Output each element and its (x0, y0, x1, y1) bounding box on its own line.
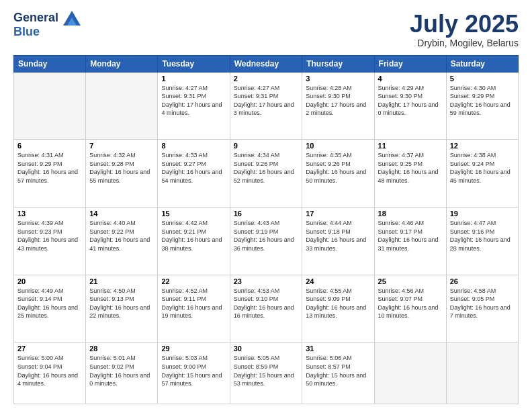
day-cell (446, 342, 518, 404)
day-number: 8 (161, 142, 226, 150)
day-number: 17 (306, 210, 370, 218)
day-number: 30 (234, 345, 299, 353)
location: Drybin, Mogilev, Belarus (410, 38, 519, 48)
day-number: 31 (306, 345, 370, 353)
day-info: Sunrise: 4:40 AMSunset: 9:22 PMDaylight:… (89, 219, 154, 253)
col-header-wednesday: Wednesday (230, 55, 302, 72)
day-info: Sunrise: 4:39 AMSunset: 9:23 PMDaylight:… (17, 219, 82, 253)
day-cell: 27Sunrise: 5:00 AMSunset: 9:04 PMDayligh… (14, 342, 86, 404)
day-number: 7 (89, 142, 154, 150)
day-number: 11 (378, 142, 443, 150)
day-info: Sunrise: 4:28 AMSunset: 9:30 PMDaylight:… (306, 84, 370, 118)
day-info: Sunrise: 4:53 AMSunset: 9:10 PMDaylight:… (234, 287, 299, 320)
day-cell: 7Sunrise: 4:32 AMSunset: 9:28 PMDaylight… (86, 140, 158, 208)
day-number: 24 (306, 277, 370, 285)
day-cell: 16Sunrise: 4:43 AMSunset: 9:19 PMDayligh… (230, 208, 302, 275)
day-number: 15 (161, 210, 226, 218)
day-info: Sunrise: 5:06 AMSunset: 8:57 PMDaylight:… (306, 354, 370, 387)
day-cell: 8Sunrise: 4:33 AMSunset: 9:27 PMDaylight… (158, 140, 230, 208)
day-cell: 26Sunrise: 4:58 AMSunset: 9:05 PMDayligh… (446, 275, 518, 342)
day-number: 22 (161, 277, 226, 285)
day-cell: 1Sunrise: 4:27 AMSunset: 9:31 PMDaylight… (158, 72, 230, 140)
day-cell: 2Sunrise: 4:27 AMSunset: 9:31 PMDaylight… (230, 72, 302, 140)
col-header-tuesday: Tuesday (158, 55, 230, 72)
day-cell: 14Sunrise: 4:40 AMSunset: 9:22 PMDayligh… (86, 208, 158, 275)
day-cell: 4Sunrise: 4:29 AMSunset: 9:30 PMDaylight… (374, 72, 446, 140)
day-info: Sunrise: 5:05 AMSunset: 8:59 PMDaylight:… (234, 354, 299, 387)
day-number: 25 (378, 277, 443, 285)
week-row-2: 6Sunrise: 4:31 AMSunset: 9:29 PMDaylight… (14, 140, 519, 208)
day-info: Sunrise: 4:31 AMSunset: 9:29 PMDaylight:… (17, 151, 82, 185)
col-header-friday: Friday (374, 55, 446, 72)
day-info: Sunrise: 4:38 AMSunset: 9:24 PMDaylight:… (450, 151, 515, 185)
day-cell: 22Sunrise: 4:52 AMSunset: 9:11 PMDayligh… (158, 275, 230, 342)
day-number: 20 (17, 277, 82, 285)
calendar: SundayMondayTuesdayWednesdayThursdayFrid… (13, 55, 519, 404)
day-cell: 24Sunrise: 4:55 AMSunset: 9:09 PMDayligh… (302, 275, 374, 342)
day-cell: 10Sunrise: 4:35 AMSunset: 9:26 PMDayligh… (302, 140, 374, 208)
day-number: 23 (234, 277, 299, 285)
day-number: 3 (306, 75, 370, 83)
day-info: Sunrise: 4:46 AMSunset: 9:17 PMDaylight:… (378, 219, 443, 253)
day-cell: 19Sunrise: 4:47 AMSunset: 9:16 PMDayligh… (446, 208, 518, 275)
day-info: Sunrise: 4:30 AMSunset: 9:29 PMDaylight:… (450, 84, 515, 118)
day-info: Sunrise: 4:35 AMSunset: 9:26 PMDaylight:… (306, 151, 370, 185)
day-cell: 3Sunrise: 4:28 AMSunset: 9:30 PMDaylight… (302, 72, 374, 140)
day-info: Sunrise: 4:29 AMSunset: 9:30 PMDaylight:… (378, 84, 443, 118)
day-number: 16 (234, 210, 299, 218)
day-number: 28 (89, 345, 154, 353)
day-cell: 15Sunrise: 4:42 AMSunset: 9:21 PMDayligh… (158, 208, 230, 275)
day-cell: 12Sunrise: 4:38 AMSunset: 9:24 PMDayligh… (446, 140, 518, 208)
day-info: Sunrise: 4:47 AMSunset: 9:16 PMDaylight:… (450, 219, 515, 253)
day-cell: 28Sunrise: 5:01 AMSunset: 9:02 PMDayligh… (86, 342, 158, 404)
day-info: Sunrise: 5:00 AMSunset: 9:04 PMDaylight:… (17, 354, 82, 387)
day-number: 27 (17, 345, 82, 353)
day-info: Sunrise: 4:27 AMSunset: 9:31 PMDaylight:… (161, 84, 226, 118)
day-cell (86, 72, 158, 140)
day-cell: 30Sunrise: 5:05 AMSunset: 8:59 PMDayligh… (230, 342, 302, 404)
day-info: Sunrise: 4:50 AMSunset: 9:13 PMDaylight:… (89, 287, 154, 320)
day-info: Sunrise: 4:55 AMSunset: 9:09 PMDaylight:… (306, 287, 370, 320)
title-block: July 2025 Drybin, Mogilev, Belarus (410, 11, 519, 48)
logo-icon (63, 11, 81, 26)
week-row-3: 13Sunrise: 4:39 AMSunset: 9:23 PMDayligh… (14, 208, 519, 275)
day-cell: 25Sunrise: 4:56 AMSunset: 9:07 PMDayligh… (374, 275, 446, 342)
week-row-4: 20Sunrise: 4:49 AMSunset: 9:14 PMDayligh… (14, 275, 519, 342)
col-header-saturday: Saturday (446, 55, 518, 72)
day-cell (374, 342, 446, 404)
day-cell: 23Sunrise: 4:53 AMSunset: 9:10 PMDayligh… (230, 275, 302, 342)
day-cell: 9Sunrise: 4:34 AMSunset: 9:26 PMDaylight… (230, 140, 302, 208)
day-number: 12 (450, 142, 515, 150)
day-info: Sunrise: 4:27 AMSunset: 9:31 PMDaylight:… (234, 84, 299, 118)
day-number: 13 (17, 210, 82, 218)
day-info: Sunrise: 4:42 AMSunset: 9:21 PMDaylight:… (161, 219, 226, 253)
day-number: 4 (378, 75, 443, 83)
day-info: Sunrise: 4:44 AMSunset: 9:18 PMDaylight:… (306, 219, 370, 253)
day-cell: 11Sunrise: 4:37 AMSunset: 9:25 PMDayligh… (374, 140, 446, 208)
day-number: 9 (234, 142, 299, 150)
col-header-thursday: Thursday (302, 55, 374, 72)
col-header-monday: Monday (86, 55, 158, 72)
day-number: 19 (450, 210, 515, 218)
day-info: Sunrise: 5:01 AMSunset: 9:02 PMDaylight:… (89, 354, 154, 387)
day-cell: 5Sunrise: 4:30 AMSunset: 9:29 PMDaylight… (446, 72, 518, 140)
logo: General Blue (13, 11, 81, 39)
day-cell: 20Sunrise: 4:49 AMSunset: 9:14 PMDayligh… (14, 275, 86, 342)
day-number: 14 (89, 210, 154, 218)
logo-blue: Blue (13, 26, 81, 39)
week-row-5: 27Sunrise: 5:00 AMSunset: 9:04 PMDayligh… (14, 342, 519, 404)
day-info: Sunrise: 5:03 AMSunset: 9:00 PMDaylight:… (161, 354, 226, 387)
day-cell: 17Sunrise: 4:44 AMSunset: 9:18 PMDayligh… (302, 208, 374, 275)
day-cell: 18Sunrise: 4:46 AMSunset: 9:17 PMDayligh… (374, 208, 446, 275)
day-info: Sunrise: 4:43 AMSunset: 9:19 PMDaylight:… (234, 219, 299, 253)
day-cell (14, 72, 86, 140)
day-info: Sunrise: 4:49 AMSunset: 9:14 PMDaylight:… (17, 287, 82, 320)
day-number: 21 (89, 277, 154, 285)
day-cell: 21Sunrise: 4:50 AMSunset: 9:13 PMDayligh… (86, 275, 158, 342)
day-number: 6 (17, 142, 82, 150)
day-info: Sunrise: 4:33 AMSunset: 9:27 PMDaylight:… (161, 151, 226, 185)
day-info: Sunrise: 4:34 AMSunset: 9:26 PMDaylight:… (234, 151, 299, 185)
day-number: 26 (450, 277, 515, 285)
day-info: Sunrise: 4:37 AMSunset: 9:25 PMDaylight:… (378, 151, 443, 185)
col-header-sunday: Sunday (14, 55, 86, 72)
